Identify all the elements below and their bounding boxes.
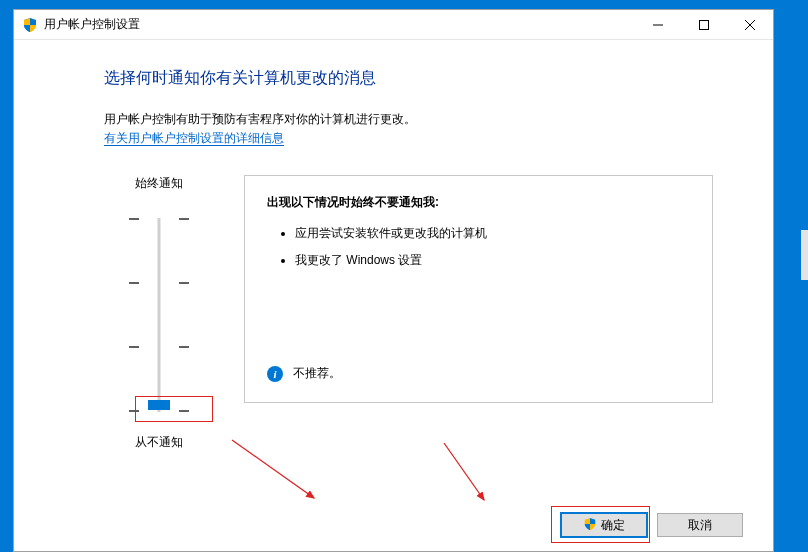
annotation-highlight-slider [135, 396, 213, 422]
slider-label-never: 从不通知 [135, 434, 183, 451]
info-icon: i [267, 366, 283, 382]
notification-slider[interactable] [129, 210, 189, 420]
ok-button[interactable]: 确定 [561, 513, 647, 537]
button-row: 确定 取消 [561, 513, 743, 537]
list-item: 我更改了 Windows 设置 [295, 252, 690, 269]
shield-icon [22, 17, 38, 33]
cancel-button[interactable]: 取消 [657, 513, 743, 537]
ok-button-label: 确定 [601, 517, 625, 534]
slider-section: 始终通知 从不通知 出现以下情况时始终不要通知我: 应用尝试安装软件或更改我的计 [104, 175, 713, 451]
content-area: 选择何时通知你有关计算机更改的消息 用户帐户控制有助于预防有害程序对你的计算机进… [14, 40, 773, 551]
slider-thumb[interactable] [148, 400, 170, 410]
maximize-button[interactable] [681, 10, 727, 40]
window-title: 用户帐户控制设置 [44, 16, 140, 33]
uac-settings-window: 用户帐户控制设置 选择何时通知你有关计算机更改的消息 用户帐户控制有助于预防有害… [13, 9, 774, 552]
page-description: 用户帐户控制有助于预防有害程序对你的计算机进行更改。 [104, 111, 713, 128]
info-column: 出现以下情况时始终不要通知我: 应用尝试安装软件或更改我的计算机 我更改了 Wi… [244, 175, 713, 451]
help-link[interactable]: 有关用户帐户控制设置的详细信息 [104, 131, 284, 146]
slider-column: 始终通知 从不通知 [104, 175, 214, 451]
slider-label-always: 始终通知 [135, 175, 183, 192]
shield-icon [583, 517, 597, 534]
list-item: 应用尝试安装软件或更改我的计算机 [295, 225, 690, 242]
info-box: 出现以下情况时始终不要通知我: 应用尝试安装软件或更改我的计算机 我更改了 Wi… [244, 175, 713, 403]
page-heading: 选择何时通知你有关计算机更改的消息 [104, 68, 713, 89]
cancel-button-label: 取消 [688, 517, 712, 534]
info-list: 应用尝试安装软件或更改我的计算机 我更改了 Windows 设置 [267, 225, 690, 269]
info-box-title: 出现以下情况时始终不要通知我: [267, 194, 690, 211]
minimize-button[interactable] [635, 10, 681, 40]
svg-line-5 [444, 443, 484, 500]
info-note: i 不推荐。 [267, 365, 341, 382]
info-note-text: 不推荐。 [293, 365, 341, 382]
desktop-taskbar-edge [801, 230, 808, 280]
window-controls [635, 10, 773, 40]
titlebar[interactable]: 用户帐户控制设置 [14, 10, 773, 40]
close-button[interactable] [727, 10, 773, 40]
svg-rect-1 [700, 20, 709, 29]
